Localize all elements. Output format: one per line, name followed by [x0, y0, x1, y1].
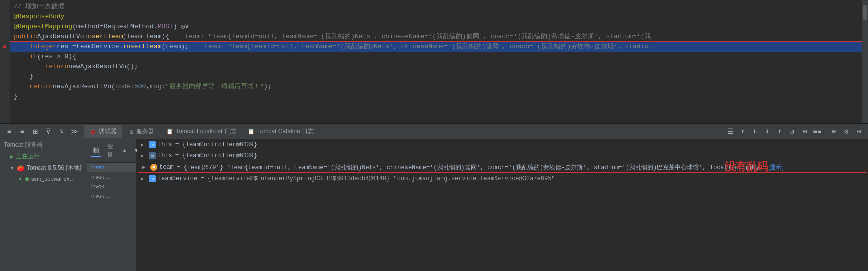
var-val-2: {TeamController@6139}: [182, 152, 257, 159]
code-lines: // 增加一条数据 @ResponseBody @RequestMapping …: [10, 0, 862, 123]
frame-item-2[interactable]: invok…: [87, 172, 136, 182]
right-btn-down[interactable]: ⬇: [749, 126, 760, 137]
var-eq-service: =: [200, 175, 204, 182]
variables-tab-link[interactable]: 变量: [105, 141, 115, 160]
insert-args: (team);: [161, 42, 189, 52]
far-right-btn-minus[interactable]: ⊟: [853, 126, 864, 137]
var-icon-service: ∞o: [149, 175, 156, 182]
tab-tomcat-localhost[interactable]: 📋 Tomcat Localhost 日志: [161, 125, 242, 138]
var-eq-2: =: [175, 152, 179, 159]
toolbar-btn-1[interactable]: ≡: [4, 126, 15, 137]
return-type: AjaxResultVo: [37, 32, 84, 42]
debug-hint-1: team: "Team{teamId=null, teamName='(我乱编的…: [169, 32, 655, 42]
line-icon-1: [0, 2, 10, 12]
var-row-teamservice[interactable]: ▶ ∞o teamService = {TeamService$$Enhance…: [137, 173, 868, 184]
var-icon-1: ∞o: [149, 141, 156, 148]
tab-debugger[interactable]: 🐞 调试器: [84, 125, 122, 138]
ann-requestmethod: RequestMethod.: [103, 22, 157, 32]
frame-item-4[interactable]: invok…: [87, 191, 136, 201]
var-name-service: teamService: [158, 175, 197, 182]
frames-panel: 帧 变量 ▲ ▼ + insert invok… invok… invok…: [87, 139, 137, 271]
server-sidebar: Tomcat 服务器 ▶ 正在运行 ▼ 🍅 Tomcat 8.5.56 [本地]…: [0, 139, 87, 271]
tab-tomcat-localhost-icon: 📋: [166, 128, 173, 135]
tree-arrow-app: ▼: [18, 176, 23, 182]
return1-parens: ();: [126, 62, 138, 72]
method-params: (Team team){: [123, 32, 169, 42]
var-row-team[interactable]: ▶ ● team = {Team@6791} "Team{teamId=null…: [138, 162, 867, 173]
app-icon: ◆: [25, 175, 29, 182]
right-btn-up2[interactable]: ⬆: [774, 126, 785, 137]
kw-public: public: [14, 32, 37, 42]
insert-method: insertTeam: [123, 42, 161, 52]
code-line-7: return new AjaxResultVo ();: [10, 62, 862, 72]
frames-list: insert invok… invok… invok…: [87, 163, 136, 201]
toolbar-btn-more1[interactable]: ⌥: [56, 126, 67, 137]
line-icon-6: [0, 52, 10, 62]
breakpoint-icon[interactable]: ●: [0, 42, 10, 52]
return1-new: new: [68, 62, 80, 72]
ann-paren: (: [72, 22, 76, 32]
tab-tomcat-catalina[interactable]: 📋 Tomcat Catalina 日志: [243, 125, 319, 138]
ann-close: ) ◎∨: [173, 22, 189, 32]
tab-tomcat-localhost-label: Tomcat Localhost 日志: [176, 127, 236, 136]
app-item[interactable]: ▼ ◆ ssm_api:war ex…: [0, 174, 87, 184]
right-btn-refresh[interactable]: ↺: [787, 126, 798, 137]
indent-spaces: [14, 42, 29, 52]
spaces7: [14, 62, 45, 72]
right-btn-up[interactable]: ⬆: [737, 126, 748, 137]
code-line-4: public AjaxResultVo insertTeam (Team tea…: [10, 32, 862, 42]
show-link[interactable]: [显示]: [768, 163, 784, 172]
spaces6: [14, 52, 29, 62]
toolbar-btn-filter[interactable]: ⊽: [43, 126, 54, 137]
return2-new: new: [53, 82, 64, 92]
ann-eq: =: [100, 22, 104, 32]
tab-server[interactable]: 🖥 服务器: [123, 125, 160, 138]
tab-server-icon: 🖥: [128, 129, 134, 135]
team-service-ref: teamService.: [76, 42, 123, 52]
debug-panel: ≡ ≡ ⊞ ⊽ ⌥ ≫ 🐞 调试器 🖥 服务器 📋 Tomcat Localho…: [0, 124, 868, 271]
tomcat-server-item[interactable]: ▼ 🍅 Tomcat 8.5.56 [本地]: [0, 162, 87, 174]
var-val-1: {TeamController@6139}: [182, 141, 257, 148]
h-scrollbar[interactable]: [0, 123, 868, 124]
var-eq-team: =: [177, 164, 181, 171]
frame-item-1[interactable]: insert: [87, 163, 136, 172]
code-line-9: return new AjaxResultVo ( code: 500 , ms…: [10, 82, 862, 92]
right-btn-down2[interactable]: ⬇: [762, 126, 773, 137]
frames-header: 帧 变量 ▲ ▼ +: [87, 139, 136, 163]
tab-tomcat-catalina-label: Tomcat Catalina 日志: [257, 127, 314, 136]
line-icon-4: [0, 32, 10, 42]
toolbar-btn-threads[interactable]: ⊞: [30, 126, 41, 137]
annotation-responsebody: @ResponseBody: [14, 12, 64, 22]
right-btn-lines[interactable]: ≡≡: [812, 126, 823, 137]
code-line-2: @ResponseBody: [10, 12, 862, 22]
code-line-8: }: [10, 72, 862, 82]
far-right-btn-gear[interactable]: ⚙: [841, 126, 852, 137]
return2-close: );: [264, 82, 272, 92]
tomcat-icon: 🍅: [17, 164, 25, 172]
editor-scrollbar[interactable]: [862, 0, 868, 123]
var-row-1[interactable]: ▶ ∞o this = {TeamController@6139}: [137, 139, 868, 150]
code-hint-msg: msg:: [150, 82, 165, 92]
var-name-1: this: [158, 141, 172, 148]
return2-comma: ,: [146, 82, 150, 92]
line-icon-8: [0, 72, 10, 82]
frames-tab[interactable]: 帧: [91, 145, 101, 157]
toolbar-btn-more2[interactable]: ≫: [69, 126, 80, 137]
line-icon-10: [0, 92, 10, 102]
var-row-2[interactable]: ▶ ≡ this = {TeamController@6139}: [137, 150, 868, 161]
debug-toolbar: ≡ ≡ ⊞ ⊽ ⌥ ≫ 🐞 调试器 🖥 服务器 📋 Tomcat Localho…: [0, 124, 868, 139]
toolbar-btn-2[interactable]: ≡: [17, 126, 28, 137]
frame-nav-up[interactable]: ▲: [119, 145, 130, 156]
far-right-btn-1[interactable]: ⊕: [828, 126, 839, 137]
var-name-team: team: [159, 164, 174, 171]
var-icon-2: ≡: [149, 152, 156, 159]
code-line-3: @RequestMapping ( method = RequestMethod…: [10, 22, 862, 32]
right-btn-list[interactable]: ☰: [725, 126, 736, 137]
var-name-2: this: [158, 152, 172, 159]
var-res: res =: [57, 42, 76, 52]
method-name: insertTeam: [84, 32, 123, 42]
var-icon-team: ●: [150, 164, 157, 171]
right-btn-grid[interactable]: ⊞: [799, 126, 810, 137]
ann-method-kw: method: [76, 22, 100, 32]
frame-item-3[interactable]: invok…: [87, 182, 136, 191]
